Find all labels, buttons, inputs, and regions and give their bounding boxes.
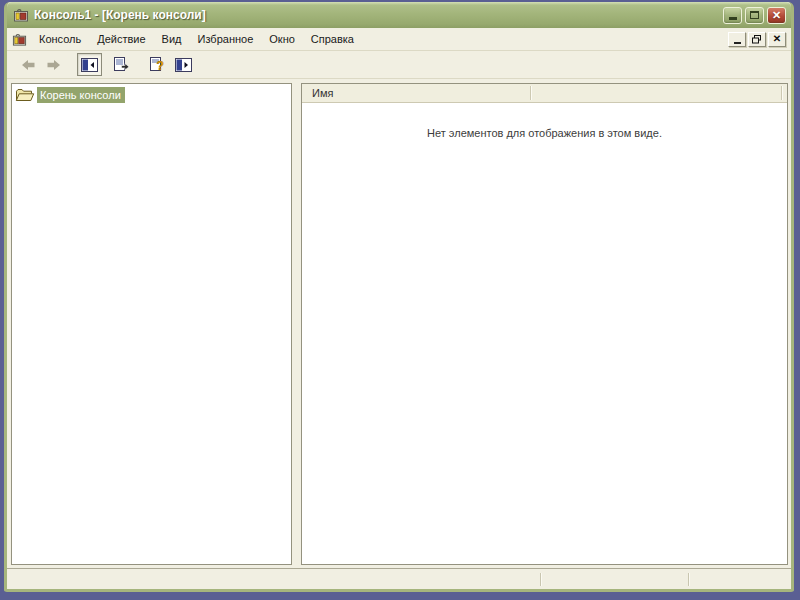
export-list-icon xyxy=(113,57,130,72)
arrow-right-icon xyxy=(46,58,62,72)
minimize-icon xyxy=(729,17,737,20)
empty-view-message: Нет элементов для отображения в этом вид… xyxy=(302,127,787,139)
maximize-button[interactable] xyxy=(745,7,764,24)
menu-window[interactable]: Окно xyxy=(261,29,303,49)
help-doc-icon: ? xyxy=(149,57,166,72)
close-icon: ✕ xyxy=(772,10,781,21)
child-minimize-icon xyxy=(734,42,741,44)
status-bar-divider xyxy=(688,573,689,586)
column-divider[interactable] xyxy=(781,86,782,100)
help-button[interactable]: ? xyxy=(145,53,170,76)
menu-bar: Консоль Действие Вид Избранное Окно Спра… xyxy=(7,28,791,51)
tree-item-console-root[interactable]: Корень консоли xyxy=(15,87,291,103)
toolbar: ? xyxy=(7,51,791,79)
menu-favorites[interactable]: Избранное xyxy=(190,29,262,49)
child-restore-button[interactable] xyxy=(748,32,766,47)
menu-help[interactable]: Справка xyxy=(303,29,362,49)
title-bar: Консоль1 - [Корень консоли] ✕ xyxy=(7,2,791,28)
menu-view[interactable]: Вид xyxy=(154,29,190,49)
back-button[interactable] xyxy=(15,53,40,76)
column-header-name[interactable]: Имя xyxy=(302,87,530,99)
tree-item-label: Корень консоли xyxy=(37,87,125,103)
child-minimize-button[interactable] xyxy=(728,32,746,47)
child-window-controls: ✕ xyxy=(726,32,788,47)
app-icon xyxy=(13,7,29,23)
split-pane-icon xyxy=(81,58,98,72)
menu-console[interactable]: Консоль xyxy=(31,29,89,49)
result-list-pane: Имя Нет элементов для отображения в этом… xyxy=(301,83,788,565)
close-button[interactable]: ✕ xyxy=(767,7,786,24)
console-child-icon[interactable] xyxy=(12,32,27,47)
show-action-pane-button[interactable] xyxy=(171,53,196,76)
list-body: Нет элементов для отображения в этом вид… xyxy=(302,103,787,564)
child-close-button[interactable]: ✕ xyxy=(768,32,786,47)
status-bar xyxy=(7,568,791,589)
column-divider[interactable] xyxy=(530,86,531,100)
svg-text:?: ? xyxy=(157,59,164,72)
mmc-window: Консоль1 - [Корень консоли] ✕ Консоль Де… xyxy=(4,2,794,592)
maximize-icon xyxy=(750,11,759,19)
console-tree-pane: Корень консоли xyxy=(11,83,292,565)
child-close-icon: ✕ xyxy=(773,34,781,44)
content-area: Корень консоли Имя Нет элементов для ото… xyxy=(7,79,791,568)
open-folder-icon xyxy=(15,88,35,103)
toggle-console-tree-button[interactable] xyxy=(77,53,102,76)
export-list-button[interactable] xyxy=(109,53,134,76)
menu-action[interactable]: Действие xyxy=(89,29,153,49)
window-title: Консоль1 - [Корень консоли] xyxy=(34,8,720,22)
pane-splitter[interactable] xyxy=(292,83,301,565)
forward-button[interactable] xyxy=(41,53,66,76)
minimize-button[interactable] xyxy=(723,7,742,24)
child-restore-icon xyxy=(752,35,762,44)
list-column-header-row: Имя xyxy=(302,84,787,103)
action-pane-icon xyxy=(175,58,192,72)
status-bar-divider xyxy=(540,573,541,586)
arrow-left-icon xyxy=(20,58,36,72)
